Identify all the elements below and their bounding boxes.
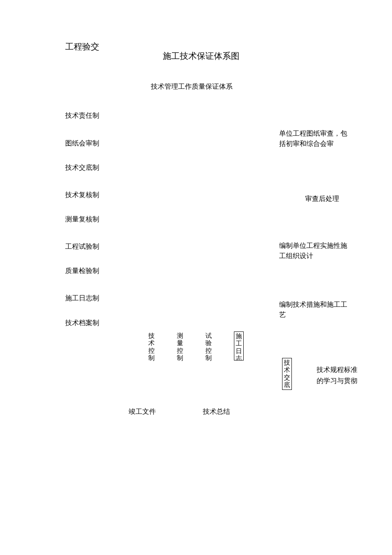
mid-box-4: 施工日志 — [234, 331, 244, 360]
left-item-6: 工程试验制 — [65, 242, 99, 251]
bottom-label-2: 技术总结 — [203, 407, 230, 416]
bottom-right-text: 技术规程标准的学习与贯彻 — [317, 364, 359, 386]
right-item-3: 编制单位工程实施性施工组织设计 — [279, 241, 352, 261]
right-item-1: 单位工程图纸审查，包括初审和综合会审 — [279, 128, 352, 149]
left-item-9: 技术档案制 — [65, 319, 99, 328]
right-item-4: 编制技术措施和施工工艺 — [279, 299, 352, 320]
right-item-2: 审查后处理 — [305, 194, 339, 204]
mid-box-2: 测量控制 — [177, 332, 183, 360]
left-item-4: 技术复核制 — [65, 191, 99, 200]
left-item-5: 测量复核制 — [65, 215, 99, 224]
top-left-label: 工程验交 — [65, 41, 99, 52]
mid-box-1: 技术控制 — [148, 332, 155, 360]
main-title: 施工技术保证体系图 — [163, 50, 239, 62]
left-item-1: 技术责任制 — [65, 111, 99, 120]
left-item-2: 图纸会审制 — [65, 139, 99, 148]
left-item-8: 施工日志制 — [65, 294, 99, 303]
subtitle: 技术管理工作质量保证体系 — [151, 82, 233, 91]
left-item-7: 质量检验制 — [65, 267, 99, 276]
bottom-right-box: 技术交底 — [282, 358, 292, 390]
mid-box-3: 试验控制 — [205, 332, 212, 360]
bottom-label-1: 竣工文件 — [129, 407, 156, 416]
left-item-3: 技术交底制 — [65, 163, 99, 172]
